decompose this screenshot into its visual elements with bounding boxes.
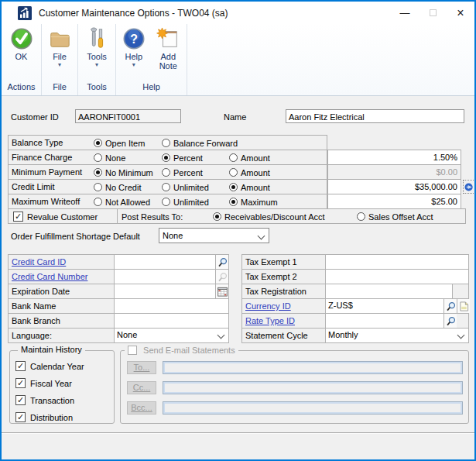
email-cc-button: Cc...: [127, 381, 156, 394]
email-cc-field: [163, 381, 463, 394]
email-to-field: [163, 361, 463, 374]
radio-balance-forward-label: Balance Forward: [173, 139, 238, 148]
tools-button[interactable]: Tools ▾: [80, 26, 114, 82]
radio-credit-unlimited-label: Unlimited: [173, 183, 209, 192]
rate-type-id-lookup-button[interactable]: [443, 314, 457, 328]
radio-open-item[interactable]: [94, 139, 102, 147]
radio-minimum-amount[interactable]: [229, 168, 238, 177]
credit-card-number-field[interactable]: [114, 270, 228, 284]
radio-balance-forward[interactable]: [162, 139, 170, 147]
help-icon: ?: [122, 27, 146, 50]
radio-writeoff-maximum[interactable]: [229, 198, 238, 206]
name-field[interactable]: Aaron Fitz Electrical: [286, 109, 464, 123]
credit-limit-value-field[interactable]: $35,000.00: [327, 179, 461, 194]
ribbon-group-label-actions: Actions: [2, 82, 41, 95]
credit-card-id-lookup-button[interactable]: [215, 255, 228, 269]
radio-minimum-percent[interactable]: [162, 168, 170, 177]
expiration-date-calendar-button[interactable]: [215, 284, 228, 298]
tax-registration-field[interactable]: [325, 284, 453, 298]
finance-charge-label: Finance Charge: [12, 153, 72, 162]
transaction-checkbox[interactable]: ✓: [15, 395, 26, 405]
radio-writeoff-unlimited[interactable]: [162, 198, 170, 206]
calendar-icon: [217, 287, 228, 297]
minimize-button[interactable]: —: [391, 2, 419, 24]
tax-exempt-1-row: Tax Exempt 1: [241, 254, 469, 270]
magnifier-icon: [446, 316, 456, 326]
calendar-year-checkbox[interactable]: ✓: [15, 361, 26, 371]
rate-type-id-field[interactable]: [325, 314, 443, 328]
radio-receivables-discount-acct[interactable]: [213, 212, 221, 221]
currency-id-field[interactable]: Z-US$: [325, 299, 443, 313]
minimum-payment-row: Minimum Payment No Minimum Percent Amoun…: [8, 164, 327, 180]
bank-name-field[interactable]: [114, 299, 228, 313]
maximum-writeoff-value-field[interactable]: $25.00: [327, 194, 461, 209]
tax-exempt-2-label: Tax Exempt 2: [245, 272, 297, 281]
radio-sales-offset-acct[interactable]: [357, 212, 365, 221]
rate-type-id-row: Rate Type ID: [241, 313, 469, 329]
tax-registration-label: Tax Registration: [245, 287, 306, 296]
transaction-label: Transaction: [30, 396, 74, 405]
ok-button[interactable]: OK: [5, 26, 39, 82]
radio-not-allowed[interactable]: [94, 198, 102, 206]
statement-cycle-dropdown[interactable]: Monthly: [325, 329, 468, 342]
ribbon-group-label-file: File: [42, 82, 77, 95]
chevron-down-icon: [258, 232, 265, 240]
tax-exempt-1-field[interactable]: [325, 255, 468, 269]
magnifier-icon: [446, 301, 456, 311]
add-note-button[interactable]: Add Note: [151, 26, 186, 82]
ribbon-group-actions: OK Actions: [2, 24, 42, 95]
ok-button-label: OK: [15, 52, 28, 61]
send-email-statements-group: Send E-mail Statements To... Cc... Bcc..…: [120, 350, 469, 424]
order-fulfillment-shortage-default-dropdown[interactable]: None: [159, 228, 269, 243]
chevron-down-icon: [217, 332, 225, 339]
credit-card-number-link[interactable]: Credit Card Number: [12, 272, 87, 281]
app-chart-icon: [18, 6, 32, 20]
email-bcc-button: Bcc...: [127, 401, 156, 415]
note-page-icon: [459, 301, 469, 311]
blue-expansion-arrow-icon: [464, 182, 474, 192]
language-label: Language:: [12, 331, 52, 340]
credit-card-id-link[interactable]: Credit Card ID: [12, 257, 66, 267]
radio-finance-percent[interactable]: [162, 153, 170, 162]
dropdown-arrow-icon: ▾: [58, 62, 61, 67]
file-button[interactable]: File ▾: [43, 26, 77, 82]
dropdown-arrow-icon: ▾: [132, 62, 135, 67]
ribbon-group-label-help: Help: [116, 82, 187, 95]
radio-no-minimum[interactable]: [94, 168, 102, 177]
language-dropdown[interactable]: None: [114, 329, 228, 342]
row-divider: [117, 209, 118, 223]
tax-registration-row: Tax Registration: [241, 284, 469, 299]
radio-finance-amount[interactable]: [229, 153, 238, 162]
radio-finance-none[interactable]: [94, 153, 102, 162]
currency-id-note-button[interactable]: [457, 299, 470, 313]
expiration-date-field[interactable]: [114, 284, 228, 298]
rate-type-id-link[interactable]: Rate Type ID: [245, 316, 295, 325]
tools-icon: [85, 27, 108, 50]
credit-card-id-field[interactable]: [114, 255, 228, 269]
folder-icon: [48, 27, 71, 50]
expiration-date-label: Expiration Date: [12, 287, 70, 296]
tax-exempt-2-row: Tax Exempt 2: [241, 269, 469, 284]
maximum-writeoff-row: Maximum Writeoff Not Allowed Unlimited M…: [8, 194, 327, 209]
bank-branch-field[interactable]: [114, 314, 228, 328]
close-button[interactable]: ×: [447, 2, 474, 24]
help-button[interactable]: ? Help ▾: [117, 26, 151, 82]
window-title: Customer Maintenance Options - TWO04 (sa…: [39, 8, 228, 19]
fiscal-year-checkbox[interactable]: ✓: [15, 378, 26, 388]
currency-id-link[interactable]: Currency ID: [245, 301, 291, 311]
bank-name-label: Bank Name: [12, 301, 56, 311]
send-email-statements-legend: Send E-mail Statements: [125, 344, 238, 355]
radio-finance-percent-label: Percent: [173, 153, 203, 163]
revalue-customer-checkbox[interactable]: ✓: [13, 212, 23, 222]
credit-limit-expansion-button[interactable]: [463, 180, 475, 194]
language-value: None: [117, 330, 137, 339]
finance-charge-value-field[interactable]: 1.50%: [327, 150, 461, 165]
radio-credit-unlimited[interactable]: [162, 183, 170, 191]
revalue-customer-row: ✓ Revalue Customer Post Results To: Rece…: [8, 208, 466, 224]
calendar-year-label: Calendar Year: [30, 362, 84, 371]
distribution-checkbox[interactable]: ✓: [15, 412, 26, 422]
radio-no-credit[interactable]: [94, 183, 102, 191]
tax-exempt-2-field[interactable]: [325, 270, 468, 284]
currency-id-lookup-button[interactable]: [443, 299, 457, 313]
radio-credit-amount[interactable]: [229, 183, 238, 191]
